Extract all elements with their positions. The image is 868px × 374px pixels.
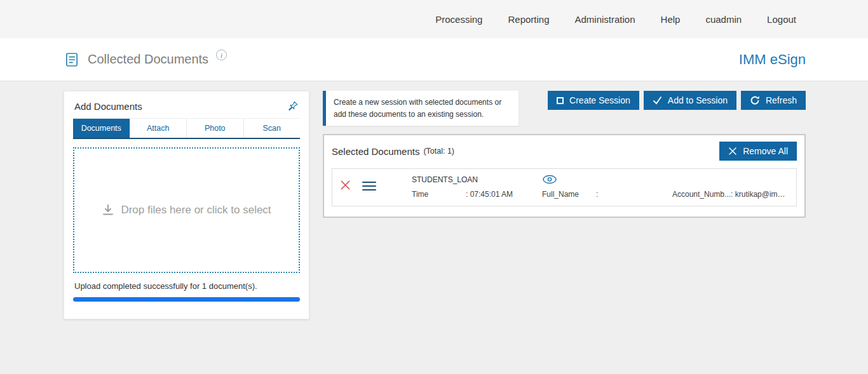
- page-title: Collected Documents: [88, 52, 208, 67]
- session-actions-row: Create a new session with selected docum…: [323, 91, 806, 126]
- collected-documents-icon: [64, 51, 80, 68]
- nav-item-user-cuadmin[interactable]: cuadmin: [705, 14, 742, 25]
- document-row: STUDENTS_LOAN Time: 07:45:01 AM Full_Nam…: [332, 168, 797, 206]
- full-name-label: Full_Name: [542, 190, 596, 199]
- pin-icon[interactable]: [287, 100, 299, 112]
- download-icon: [102, 204, 114, 217]
- tab-attach[interactable]: Attach: [130, 119, 187, 138]
- nav-item-administration[interactable]: Administration: [575, 14, 635, 25]
- add-documents-title: Add Documents: [74, 101, 142, 112]
- refresh-button[interactable]: Refresh: [741, 91, 806, 110]
- refresh-label: Refresh: [766, 95, 797, 105]
- full-name-value: :: [596, 190, 598, 199]
- delete-document-icon[interactable]: [340, 180, 351, 190]
- remove-all-button[interactable]: Remove All: [719, 142, 797, 161]
- time-value: : 07:45:01 AM: [466, 190, 513, 199]
- nav-item-logout[interactable]: Logout: [767, 14, 796, 25]
- session-info-message: Create a new session with selected docum…: [323, 91, 519, 126]
- selected-documents-panel: Selected Documents (Total: 1) Remove All: [323, 134, 806, 218]
- tab-scan[interactable]: Scan: [244, 119, 301, 138]
- brand-logo: IMM eSign: [739, 51, 806, 68]
- create-session-button[interactable]: Create Session: [548, 91, 639, 110]
- create-session-label: Create Session: [569, 95, 630, 105]
- remove-all-label: Remove All: [743, 146, 788, 156]
- add-documents-header: Add Documents: [73, 99, 300, 119]
- selected-documents-header: Selected Documents (Total: 1) Remove All: [332, 142, 797, 161]
- selected-documents-title: Selected Documents: [332, 146, 419, 157]
- add-to-session-label: Add to Session: [668, 95, 728, 105]
- page-header: Collected Documents i IMM eSign: [0, 38, 868, 81]
- drag-handle-icon[interactable]: [362, 179, 376, 193]
- nav-item-processing[interactable]: Processing: [435, 14, 482, 25]
- document-time: Time: 07:45:01 AM: [412, 190, 542, 199]
- session-buttons: Create Session Add to Session: [548, 91, 806, 110]
- checkmark-icon: [653, 96, 662, 105]
- document-full-name: Full_Name:: [542, 190, 672, 199]
- document-name: STUDENTS_LOAN: [412, 175, 542, 184]
- session-area: Create a new session with selected docum…: [323, 91, 806, 218]
- add-documents-panel: Add Documents Documents Attach Photo Sca…: [64, 91, 309, 319]
- document-details: STUDENTS_LOAN Time: 07:45:01 AM Full_Nam…: [412, 175, 789, 199]
- account-label: Account_Numb...: [672, 190, 731, 199]
- selected-documents-total: (Total: 1): [423, 147, 454, 156]
- time-label: Time: [412, 190, 466, 199]
- nav-item-help[interactable]: Help: [661, 14, 681, 25]
- top-navigation: Processing Reporting Administration Help…: [0, 0, 868, 38]
- tab-photo[interactable]: Photo: [187, 119, 244, 138]
- document-account-number: Account_Numb...: krutikap@imm...: [672, 190, 789, 199]
- upload-status-text: Upload completed successfully for 1 docu…: [73, 281, 300, 291]
- create-session-icon: [557, 97, 564, 104]
- nav-item-reporting[interactable]: Reporting: [508, 14, 549, 25]
- file-dropzone[interactable]: Drop files here or click to select: [73, 147, 300, 273]
- upload-progress-bar: [73, 297, 300, 302]
- tab-documents[interactable]: Documents: [73, 119, 130, 138]
- preview-eye-icon[interactable]: [542, 175, 672, 184]
- add-documents-tabs: Documents Attach Photo Scan: [73, 119, 300, 139]
- dropzone-text: Drop files here or click to select: [121, 204, 271, 217]
- info-icon[interactable]: i: [216, 50, 227, 60]
- main-content: Add Documents Documents Attach Photo Sca…: [0, 81, 868, 319]
- close-icon: [728, 147, 737, 156]
- refresh-icon: [750, 95, 760, 105]
- account-value: : krutikap@imm...: [731, 190, 789, 199]
- add-to-session-button[interactable]: Add to Session: [644, 91, 736, 110]
